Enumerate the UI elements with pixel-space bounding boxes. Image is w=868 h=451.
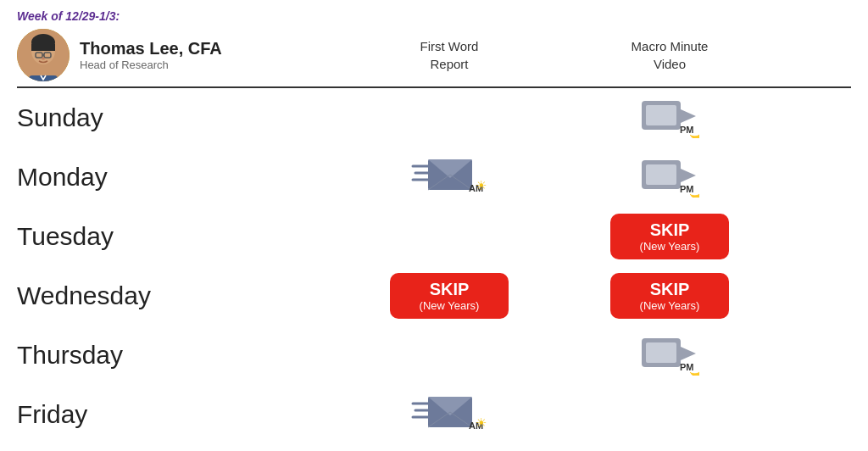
person-info: Thomas Lee, CFA Head of Research bbox=[17, 29, 339, 81]
cell-friday-col1: AM ☀ bbox=[339, 385, 559, 444]
cell-tuesday-col2: SKIP (New Years) bbox=[559, 207, 780, 266]
email-svg: AM ☀ bbox=[411, 153, 487, 199]
person-title: Head of Research bbox=[80, 58, 222, 71]
header-divider bbox=[17, 86, 851, 88]
table-row: Friday AM ☀ bbox=[17, 385, 851, 444]
day-label: Wednesday bbox=[17, 281, 339, 310]
week-label-text: Week of 12/29-1/3: bbox=[17, 9, 120, 23]
video-icon-sunday[interactable]: PM 🌙 bbox=[640, 94, 699, 142]
cell-sunday-col1 bbox=[339, 88, 559, 148]
svg-marker-11 bbox=[681, 109, 696, 123]
col1-header-line2: Report bbox=[430, 57, 468, 71]
svg-text:🌙: 🌙 bbox=[689, 124, 699, 138]
email-icon-friday[interactable]: AM ☀ bbox=[411, 390, 487, 440]
day-label: Sunday bbox=[17, 103, 339, 132]
svg-rect-24 bbox=[646, 164, 676, 185]
skip-label: SKIP bbox=[407, 280, 492, 299]
table-row: Monday AM bbox=[17, 148, 851, 207]
email-icon-monday[interactable]: AM ☀ bbox=[411, 153, 487, 203]
video-icon-monday[interactable]: PM 🌙 bbox=[640, 153, 699, 201]
day-label: Tuesday bbox=[17, 222, 339, 251]
svg-point-7 bbox=[42, 58, 45, 60]
video-camera-svg-monday: PM 🌙 bbox=[640, 153, 699, 198]
col2-header: Macro Minute Video bbox=[559, 37, 780, 73]
cell-wednesday-col2: SKIP (New Years) bbox=[559, 266, 780, 326]
cell-sunday-col2: PM 🌙 bbox=[559, 88, 780, 148]
week-label: Week of 12/29-1/3: bbox=[17, 8, 851, 24]
avatar bbox=[17, 29, 70, 81]
cell-tuesday-col1 bbox=[339, 207, 559, 266]
svg-rect-10 bbox=[646, 105, 676, 125]
skip-button-wednesday-col2[interactable]: SKIP (New Years) bbox=[610, 273, 729, 319]
day-label: Monday bbox=[17, 163, 339, 192]
col1-header-line1: First Word bbox=[420, 39, 479, 53]
skip-reason: (New Years) bbox=[407, 299, 492, 312]
day-label: Thursday bbox=[17, 341, 339, 370]
video-icon-thursday[interactable]: PM 🌙 bbox=[640, 331, 699, 379]
cell-friday-col2 bbox=[559, 385, 780, 444]
skip-button-wednesday-col1[interactable]: SKIP (New Years) bbox=[390, 273, 509, 319]
svg-marker-25 bbox=[681, 169, 696, 182]
skip-reason: (New Years) bbox=[627, 299, 712, 312]
cell-wednesday-col1: SKIP (New Years) bbox=[339, 266, 559, 326]
svg-text:🌙: 🌙 bbox=[689, 361, 699, 376]
svg-marker-30 bbox=[681, 347, 696, 360]
skip-reason: (New Years) bbox=[627, 240, 712, 253]
svg-text:☀: ☀ bbox=[476, 415, 487, 430]
table-row: Wednesday SKIP (New Years) SKIP (New Yea… bbox=[17, 266, 851, 326]
svg-rect-3 bbox=[31, 44, 55, 51]
email-svg-friday: AM ☀ bbox=[411, 390, 487, 437]
cell-thursday-col1 bbox=[339, 326, 559, 385]
person-name: Thomas Lee, CFA bbox=[80, 39, 222, 58]
col2-header-line1: Macro Minute bbox=[632, 39, 709, 53]
avatar-image bbox=[17, 29, 70, 81]
video-camera-svg-thursday: PM 🌙 bbox=[640, 331, 699, 376]
table-row: Thursday PM 🌙 bbox=[17, 326, 851, 385]
cell-monday-col1: AM ☀ bbox=[339, 148, 559, 207]
skip-label: SKIP bbox=[627, 220, 712, 240]
skip-button-tuesday-col2[interactable]: SKIP (New Years) bbox=[610, 214, 729, 259]
day-label: Friday bbox=[17, 400, 339, 429]
schedule-table: Sunday PM 🌙 Monday bbox=[0, 88, 868, 444]
cell-monday-col2: PM 🌙 bbox=[559, 148, 780, 207]
table-row: Tuesday SKIP (New Years) bbox=[17, 207, 851, 266]
svg-text:☀: ☀ bbox=[476, 178, 487, 192]
skip-label: SKIP bbox=[627, 280, 712, 299]
svg-rect-29 bbox=[646, 342, 676, 363]
video-camera-svg: PM 🌙 bbox=[640, 94, 699, 138]
table-row: Sunday PM 🌙 bbox=[17, 88, 851, 148]
cell-thursday-col2: PM 🌙 bbox=[559, 326, 780, 385]
svg-text:🌙: 🌙 bbox=[689, 183, 699, 198]
col1-header: First Word Report bbox=[339, 37, 559, 73]
col2-header-line2: Video bbox=[654, 57, 686, 71]
